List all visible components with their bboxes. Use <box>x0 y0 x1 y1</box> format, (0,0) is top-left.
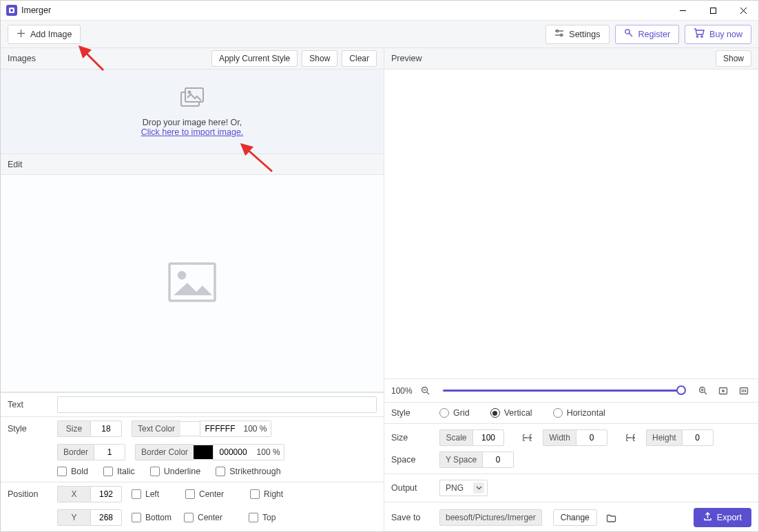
x-label: X <box>57 486 90 502</box>
text-input[interactable] <box>57 396 377 413</box>
window-close-button[interactable] <box>728 1 758 21</box>
output-format-select[interactable]: PNG <box>439 480 488 496</box>
zoom-in-icon[interactable] <box>695 383 710 398</box>
text-color-hex-input[interactable] <box>200 421 240 437</box>
link-icon-2[interactable] <box>624 430 639 445</box>
style-row-2: Border Border Color 100 % <box>1 440 384 464</box>
vcenter-checkbox[interactable]: Center <box>184 513 222 522</box>
border-color-hex-input[interactable] <box>213 444 253 460</box>
output-label: Output <box>391 483 433 493</box>
register-button[interactable]: Register <box>615 25 680 44</box>
settings-button[interactable]: Settings <box>545 25 609 44</box>
font-style-row: Bold Italic Underline Strikethrough <box>1 464 384 482</box>
border-color-label: Border Color <box>135 444 194 460</box>
text-row: Text <box>1 393 384 416</box>
preview-size-label: Size <box>391 433 433 443</box>
preview-style-row: Style Grid Vertical Horizontal <box>384 403 758 423</box>
scale-input[interactable] <box>472 429 504 446</box>
x-input[interactable] <box>90 486 122 502</box>
add-image-label: Add Image <box>30 30 72 39</box>
svg-point-29 <box>722 390 724 391</box>
border-label: Border <box>57 444 94 460</box>
images-show-button[interactable]: Show <box>302 50 337 67</box>
zoom-slider[interactable] <box>443 390 685 392</box>
strikethrough-checkbox[interactable]: Strikethrough <box>216 467 280 476</box>
import-image-link[interactable]: Click here to import image. <box>141 127 244 137</box>
size-input[interactable] <box>90 421 122 437</box>
plus-icon <box>17 29 25 40</box>
images-clear-button[interactable]: Clear <box>342 50 377 67</box>
height-input[interactable] <box>682 429 714 446</box>
svg-point-12 <box>625 30 629 34</box>
bottom-checkbox[interactable]: Bottom <box>132 513 171 522</box>
bold-checkbox[interactable]: Bold <box>57 467 88 476</box>
top-checkbox[interactable]: Top <box>249 513 275 522</box>
svg-line-22 <box>427 392 430 395</box>
y-input[interactable] <box>90 509 122 526</box>
horizontal-radio[interactable]: Horizontal <box>553 408 605 418</box>
grid-radio[interactable]: Grid <box>439 408 470 418</box>
edit-title: Edit <box>8 160 23 169</box>
text-color-label: Text Color <box>132 421 180 437</box>
svg-point-11 <box>561 34 563 36</box>
images-panel-header: Images Apply Current Style Show Clear <box>1 48 384 70</box>
border-color-pct[interactable]: 100 % <box>253 444 284 460</box>
italic-checkbox[interactable]: Italic <box>103 467 135 476</box>
open-folder-icon[interactable] <box>604 510 619 525</box>
buy-now-button[interactable]: Buy now <box>685 25 751 44</box>
edit-panel-header: Edit <box>1 154 384 175</box>
zoom-slider-thumb[interactable] <box>676 385 686 395</box>
preview-canvas <box>384 70 758 379</box>
yspace-input[interactable] <box>482 451 514 468</box>
cart-icon <box>694 28 705 40</box>
svg-point-1 <box>10 9 13 12</box>
add-image-button[interactable]: Add Image <box>8 25 81 44</box>
text-label: Text <box>8 400 57 409</box>
height-label: Height <box>646 429 682 446</box>
preview-show-button[interactable]: Show <box>716 50 751 67</box>
window-maximize-button[interactable] <box>698 1 728 21</box>
scale-label: Scale <box>439 429 472 446</box>
left-checkbox[interactable]: Left <box>132 489 159 499</box>
change-path-button[interactable]: Change <box>553 509 597 526</box>
image-dropzone[interactable]: Drop your image here! Or, Click here to … <box>1 70 384 154</box>
text-color-pct[interactable]: 100 % <box>240 421 271 437</box>
border-color-swatch[interactable] <box>194 445 213 460</box>
y-label: Y <box>57 509 90 526</box>
key-icon <box>624 28 634 40</box>
link-icon-1[interactable] <box>521 430 536 445</box>
svg-line-25 <box>704 392 707 395</box>
save-to-label: Save to <box>391 513 433 522</box>
zoom-row: 100% <box>384 379 758 403</box>
svg-point-18 <box>189 91 191 93</box>
app-title: Imerger <box>21 6 51 15</box>
underline-checkbox[interactable]: Underline <box>150 467 201 476</box>
main-toolbar: Add Image Settings Register Buy now <box>1 21 758 48</box>
fit-screen-icon[interactable] <box>716 383 731 398</box>
hcenter-checkbox[interactable]: Center <box>185 489 224 499</box>
width-label: Width <box>543 429 576 446</box>
border-input[interactable] <box>94 444 125 460</box>
export-icon <box>703 512 712 523</box>
dropzone-text: Drop your image here! Or, <box>143 118 242 127</box>
preview-space-row: Space Y Space <box>384 451 758 474</box>
zoom-out-icon[interactable] <box>418 383 433 398</box>
export-button[interactable]: Export <box>694 508 751 527</box>
right-panel: Preview Show 100% Style Grid Vertical Ho… <box>384 48 758 532</box>
sliders-icon <box>554 29 564 39</box>
position-label: Position <box>8 489 57 499</box>
svg-line-13 <box>629 33 632 36</box>
preview-style-label: Style <box>391 408 433 418</box>
right-checkbox[interactable]: Right <box>250 489 283 499</box>
svg-point-15 <box>701 36 703 37</box>
images-title: Images <box>8 54 36 63</box>
left-panel: Images Apply Current Style Show Clear Dr… <box>1 48 384 532</box>
text-color-swatch[interactable] <box>180 421 200 436</box>
actual-size-icon[interactable] <box>736 383 751 398</box>
width-input[interactable] <box>576 429 607 446</box>
apply-current-style-button[interactable]: Apply Current Style <box>211 50 298 67</box>
window-minimize-button[interactable] <box>667 1 698 21</box>
app-logo-icon <box>6 5 17 16</box>
vertical-radio[interactable]: Vertical <box>490 408 532 418</box>
svg-point-20 <box>179 272 185 278</box>
